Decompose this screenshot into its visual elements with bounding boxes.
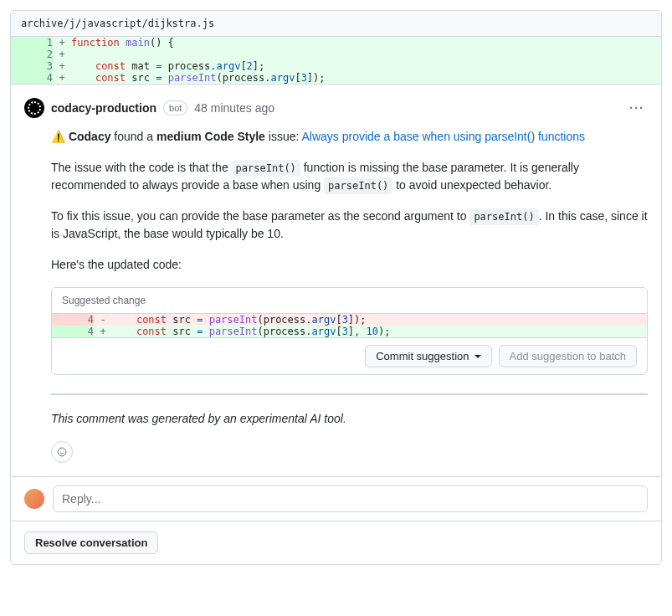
resolve-conversation-button[interactable]: Resolve conversation — [24, 531, 158, 554]
suggestion-diff: 4- const src = parseInt(process.argv[3])… — [52, 314, 647, 337]
explanation-p1: The issue with the code is that the pars… — [51, 159, 648, 194]
svg-point-1 — [60, 450, 61, 451]
file-path[interactable]: archive/j/javascript/dijkstra.js — [11, 11, 661, 37]
code-line: 2+ — [11, 49, 661, 60]
smiley-icon — [57, 445, 67, 459]
code-line: 3+ const mat = process.argv[2]; — [11, 60, 661, 72]
explanation-p2: To fix this issue, you can provide the b… — [51, 208, 648, 243]
suggestion-label: Suggested change — [52, 288, 647, 314]
explanation-p3: Here's the updated code: — [51, 256, 648, 274]
warning-icon: ⚠️ — [51, 130, 65, 143]
review-thread: archive/j/javascript/dijkstra.js 1+funct… — [10, 10, 662, 565]
issue-link[interactable]: Always provide a base when using parseIn… — [301, 130, 585, 143]
user-avatar[interactable] — [24, 489, 44, 509]
reply-row — [11, 476, 661, 521]
inline-code: parseInt() — [324, 177, 392, 194]
code-line: 4+ const src = parseInt(process.argv[3],… — [52, 326, 647, 337]
comment-header: codacy-production bot 48 minutes ago ··· — [24, 98, 648, 118]
chevron-down-icon — [475, 355, 481, 358]
code-line: 4- const src = parseInt(process.argv[3])… — [52, 314, 647, 326]
svg-point-0 — [58, 448, 66, 456]
reply-input[interactable] — [53, 485, 648, 512]
code-line: 1+function main() { — [11, 37, 661, 49]
svg-point-2 — [63, 450, 64, 451]
resolve-row: Resolve conversation — [11, 521, 661, 564]
commit-suggestion-button[interactable]: Commit suggestion — [365, 345, 491, 367]
code-line: 4+ const src = parseInt(process.argv[3])… — [11, 72, 661, 84]
add-to-batch-button[interactable]: Add suggestion to batch — [499, 345, 638, 367]
kebab-menu-icon[interactable]: ··· — [626, 98, 648, 118]
comment-author[interactable]: codacy-production — [51, 101, 156, 115]
avatar[interactable] — [24, 98, 44, 118]
issue-summary: ⚠️ Codacy found a medium Code Style issu… — [51, 128, 648, 146]
inline-code: parseInt() — [232, 160, 300, 177]
comment: codacy-production bot 48 minutes ago ···… — [11, 84, 661, 476]
comment-timestamp[interactable]: 48 minutes ago — [194, 101, 274, 115]
bot-badge: bot — [163, 100, 187, 116]
inline-code: parseInt() — [469, 208, 538, 225]
diff-block: 1+function main() {2+3+ const mat = proc… — [11, 37, 661, 84]
separator — [51, 393, 648, 395]
ai-disclaimer: This comment was generated by an experim… — [51, 410, 648, 428]
comment-body: ⚠️ Codacy found a medium Code Style issu… — [51, 128, 648, 463]
add-reaction-button[interactable] — [51, 441, 73, 463]
suggestion-box: Suggested change 4- const src = parseInt… — [51, 287, 648, 375]
